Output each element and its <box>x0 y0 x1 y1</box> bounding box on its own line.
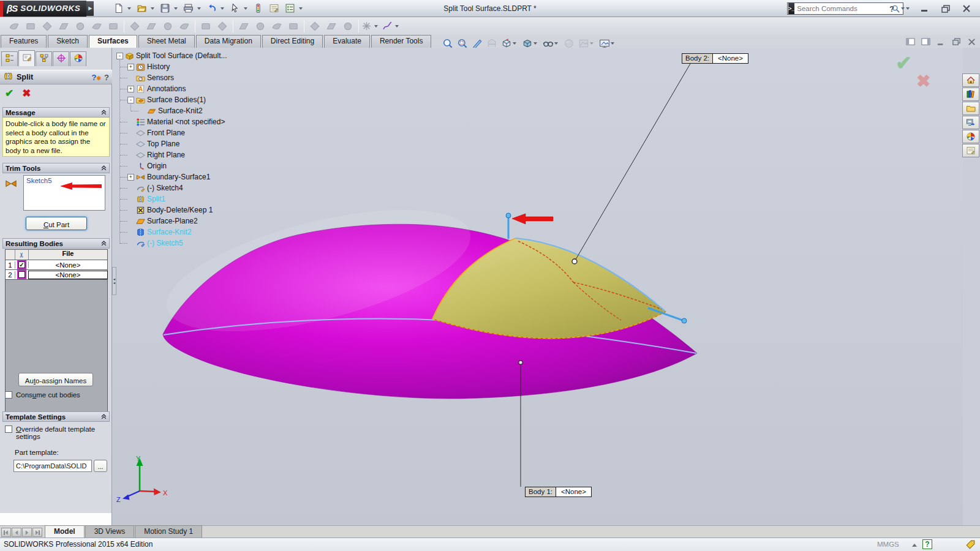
tree-item-surface-knit2[interactable]: Surface-Knit2 <box>114 227 192 238</box>
trim-tool-selection-box[interactable]: Sketch5 <box>23 175 105 211</box>
resulting-body-row[interactable]: 2<None> <box>6 270 107 280</box>
manager-tab-dimxpertmanager[interactable] <box>53 51 69 66</box>
doc-tab-3d-views[interactable]: 3D Views <box>85 525 134 538</box>
tab-evaluate[interactable]: Evaluate <box>324 35 370 48</box>
message-group-header[interactable]: Message <box>2 107 110 118</box>
dropdown-arrow-icon[interactable] <box>554 42 558 45</box>
help-dropdown-icon[interactable] <box>906 7 910 10</box>
tree-item-top-plane[interactable]: Top Plane <box>114 138 179 149</box>
trim-selection-value[interactable]: Sketch5 <box>26 177 52 184</box>
tree-item-surface-bodies-1[interactable]: -Surface Bodies(1) <box>114 94 206 105</box>
dropdown-arrow-icon[interactable] <box>221 7 224 10</box>
dropdown-arrow-icon[interactable] <box>395 25 399 28</box>
undo-icon[interactable] <box>204 2 219 15</box>
body1-attach-point[interactable] <box>519 361 522 364</box>
options-icon[interactable] <box>282 2 297 15</box>
body2-callout[interactable]: Body 2: <None> <box>682 53 748 64</box>
ok-check-icon[interactable]: ✔ <box>5 87 13 100</box>
dropdown-arrow-icon[interactable] <box>374 25 378 28</box>
consume-cut-bodies-row[interactable]: Consume cut bodies <box>5 391 80 399</box>
tree-expand-toggle[interactable]: + <box>127 86 134 92</box>
tab-render-tools[interactable]: Render Tools <box>371 35 432 48</box>
tree-item-sketch4[interactable]: (-) Sketch4 <box>114 182 183 193</box>
last-frame-icon[interactable] <box>32 528 42 537</box>
dropdown-arrow-icon[interactable] <box>127 7 131 10</box>
split-pane-right-icon[interactable] <box>921 37 931 47</box>
dropdown-arrow-icon[interactable] <box>611 42 614 45</box>
manager-tab-propertymanager[interactable] <box>18 50 35 66</box>
tree-expand-toggle[interactable]: - <box>116 53 123 59</box>
tab-features[interactable]: Features <box>1 35 47 48</box>
consume-cut-bodies-checkbox[interactable] <box>5 391 12 399</box>
manager-tab-featuremanager[interactable] <box>1 51 18 66</box>
tab-data-migration[interactable]: Data Migration <box>196 35 261 48</box>
restore-icon[interactable] <box>951 37 962 47</box>
part-template-path-input[interactable] <box>13 460 92 472</box>
prev-frame-icon[interactable] <box>12 528 21 537</box>
units-indicator[interactable]: MMGS <box>877 541 899 548</box>
cancel-x-icon[interactable]: ✖ <box>22 87 31 100</box>
tab-sketch[interactable]: Sketch <box>48 35 88 48</box>
dropdown-arrow-icon[interactable] <box>533 42 537 45</box>
tree-expand-toggle[interactable]: - <box>127 97 134 103</box>
collapse-chevron-icon[interactable] <box>101 110 107 115</box>
collapse-chevron-icon[interactable] <box>101 165 107 171</box>
trim-tools-group-header[interactable]: Trim Tools <box>2 163 110 173</box>
tree-item-material-not-specified[interactable]: Material <not specified> <box>114 116 225 127</box>
override-template-checkbox[interactable] <box>5 425 12 433</box>
restore-icon[interactable] <box>938 4 953 13</box>
help-icon[interactable]: ? <box>104 73 109 82</box>
body-file-cell[interactable]: <None> <box>29 261 107 269</box>
search-input[interactable] <box>797 5 891 12</box>
sketch-tool-icon[interactable] <box>359 20 374 33</box>
tree-item-front-plane[interactable]: Front Plane <box>114 127 185 138</box>
resulting-body-row[interactable]: 1✓<None> <box>6 260 107 270</box>
rebuild-icon[interactable] <box>251 2 265 15</box>
override-template-row[interactable]: Override default template settings <box>5 425 108 440</box>
open-icon[interactable] <box>134 2 149 15</box>
auto-assign-names-button[interactable]: Auto-assign Names <box>18 373 93 386</box>
template-settings-group-header[interactable]: Template Settings <box>2 411 110 422</box>
tree-expand-toggle[interactable]: + <box>127 64 134 70</box>
save-icon[interactable] <box>157 2 172 15</box>
cut-part-button[interactable]: Cut Part <box>26 217 87 230</box>
next-frame-icon[interactable] <box>22 528 32 537</box>
resulting-bodies-group-header[interactable]: Resulting Bodies <box>2 238 110 249</box>
tag-icon[interactable] <box>965 539 976 551</box>
help-icon[interactable]: ? <box>884 4 899 13</box>
panel-splitter-handle[interactable]: ◄◄ <box>112 267 116 295</box>
sketch5-endpoint-left[interactable] <box>506 213 511 218</box>
body-save-checkbox[interactable]: ✓ <box>18 261 25 268</box>
print-icon[interactable] <box>181 2 195 15</box>
confirm-ok-icon[interactable]: ✔ <box>895 51 912 75</box>
taskpane-home[interactable] <box>962 73 979 87</box>
tree-item-split-tool-surface-default[interactable]: -Split Tool Surface (Default... <box>114 50 227 61</box>
tree-item-split1[interactable]: Split1 <box>114 193 165 204</box>
first-frame-icon[interactable] <box>1 528 11 537</box>
logo-expand-icon[interactable]: ▶ <box>86 1 94 16</box>
tree-item-right-plane[interactable]: Right Plane <box>114 149 185 160</box>
dropdown-arrow-icon[interactable] <box>513 42 516 45</box>
manager-tab-configurationmanager[interactable] <box>36 51 52 66</box>
close-icon[interactable] <box>959 4 974 13</box>
body2-attach-point[interactable] <box>572 259 577 264</box>
tree-item-origin[interactable]: Origin <box>114 160 167 171</box>
split-pane-left-icon[interactable] <box>905 37 916 47</box>
collapse-chevron-icon[interactable] <box>101 414 107 419</box>
browse-button[interactable]: ... <box>94 460 107 472</box>
tree-expand-toggle[interactable]: + <box>127 174 134 181</box>
quick-tips-icon[interactable]: ? <box>922 539 932 549</box>
tree-item-boundary-surface1[interactable]: +Boundary-Surface1 <box>114 171 210 182</box>
tree-item-history[interactable]: +History <box>114 61 170 72</box>
new-document-icon[interactable] <box>111 2 126 15</box>
dropdown-arrow-icon[interactable] <box>197 7 201 10</box>
confirm-cancel-icon[interactable]: ✖ <box>916 71 930 91</box>
help-pin-icon[interactable]: ?✱ <box>92 73 102 82</box>
body1-callout-value[interactable]: <None> <box>556 487 591 497</box>
body-save-checkbox[interactable] <box>18 271 25 278</box>
search-scope-icon[interactable]: >_ <box>788 3 794 14</box>
taskpane-file-explorer[interactable] <box>962 116 979 129</box>
tree-item-surface-knit2[interactable]: Surface-Knit2 <box>114 105 203 116</box>
doc-tab-motion-study-1[interactable]: Motion Study 1 <box>135 525 202 538</box>
close-icon[interactable] <box>967 37 977 47</box>
